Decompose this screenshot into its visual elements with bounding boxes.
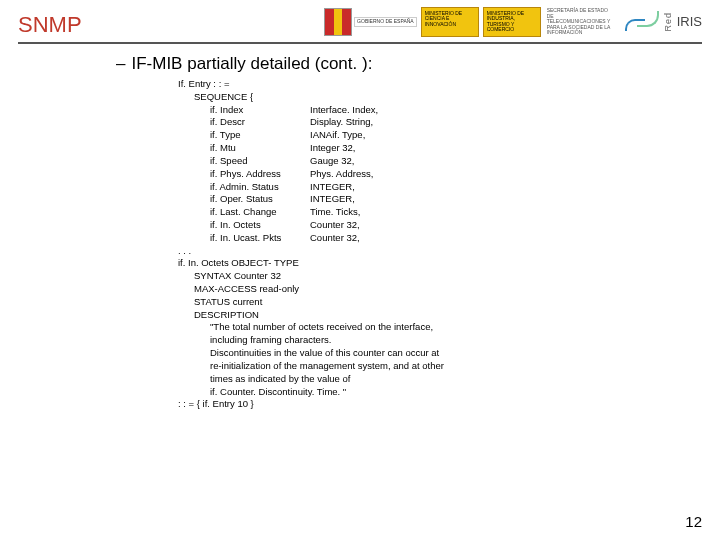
gov-logo-block: GOBIERNO DE ESPAÑA <box>324 8 417 36</box>
seq-name: if. In. Ucast. Pkts <box>210 232 310 245</box>
sequence-row: if. Admin. StatusINTEGER, <box>210 181 702 194</box>
seq-type: Counter 32, <box>310 219 360 232</box>
mib-line: : : = { if. Entry 10 } <box>178 398 702 411</box>
seq-type: IANAif. Type, <box>310 129 365 142</box>
mib-line: STATUS current <box>194 296 702 309</box>
sequence-row: if. Oper. StatusINTEGER, <box>210 193 702 206</box>
rediris-logo: Red IRIS <box>625 11 702 33</box>
ministerio-ciencia: MINISTERIO DE CIENCIA E INNOVACIÓN <box>421 7 479 37</box>
sequence-row: if. TypeIANAif. Type, <box>210 129 702 142</box>
ministerio-industria: MINISTERIO DE INDUSTRIA, TURISMO Y COMER… <box>483 7 541 37</box>
seq-type: INTEGER, <box>310 193 355 206</box>
seq-name: if. Mtu <box>210 142 310 155</box>
slide-content: –IF-MIB partially detailed (cont. ): If.… <box>0 44 720 411</box>
seq-name: if. Descr <box>210 116 310 129</box>
mib-line: MAX-ACCESS read-only <box>194 283 702 296</box>
sequence-row: if. In. Ucast. PktsCounter 32, <box>210 232 702 245</box>
mib-desc-line: if. Counter. Discontinuity. Time. " <box>210 386 702 399</box>
mib-line: SYNTAX Counter 32 <box>194 270 702 283</box>
mib-listing: If. Entry : : = SEQUENCE { if. IndexInte… <box>178 78 702 411</box>
seq-name: if. Oper. Status <box>210 193 310 206</box>
page-title: SNMP <box>18 12 82 38</box>
iris-big-text: IRIS <box>677 14 702 29</box>
spain-coat-icon <box>324 8 352 36</box>
page-number: 12 <box>685 513 702 530</box>
mib-desc-line: including framing characters. <box>210 334 702 347</box>
seq-name: if. Speed <box>210 155 310 168</box>
sequence-row: if. MtuInteger 32, <box>210 142 702 155</box>
seq-name: if. Type <box>210 129 310 142</box>
mib-desc-line: Discontinuities in the value of this cou… <box>210 347 702 360</box>
seq-type: Display. String, <box>310 116 373 129</box>
setsi-label: SECRETARÍA DE ESTADO DE TELECOMUNICACION… <box>545 6 613 38</box>
seq-name: if. In. Octets <box>210 219 310 232</box>
mib-line: DESCRIPTION <box>194 309 702 322</box>
header-logos: GOBIERNO DE ESPAÑA MINISTERIO DE CIENCIA… <box>324 6 702 38</box>
seq-type: Gauge 32, <box>310 155 354 168</box>
mib-desc-line: re-initialization of the management syst… <box>210 360 702 373</box>
seq-type: Interface. Index, <box>310 104 378 117</box>
seq-name: if. Last. Change <box>210 206 310 219</box>
seq-type: Phys. Address, <box>310 168 373 181</box>
mib-ellipsis: . . . <box>178 245 702 258</box>
sequence-row: if. In. OctetsCounter 32, <box>210 219 702 232</box>
mib-desc-line: "The total number of octets received on … <box>210 321 702 334</box>
seq-name: if. Index <box>210 104 310 117</box>
sequence-row: if. SpeedGauge 32, <box>210 155 702 168</box>
seq-type: Integer 32, <box>310 142 355 155</box>
mib-desc-line: times as indicated by the value of <box>210 373 702 386</box>
seq-name: if. Phys. Address <box>210 168 310 181</box>
iris-small-text: Red <box>663 12 673 32</box>
dash: – <box>116 54 125 73</box>
mib-line: SEQUENCE { <box>194 91 702 104</box>
sequence-row: if. IndexInterface. Index, <box>210 104 702 117</box>
seq-name: if. Admin. Status <box>210 181 310 194</box>
subheading: –IF-MIB partially detailed (cont. ): <box>116 54 702 74</box>
mib-line: If. Entry : : = <box>178 78 702 91</box>
seq-type: Time. Ticks, <box>310 206 360 219</box>
sequence-row: if. DescrDisplay. String, <box>210 116 702 129</box>
sequence-row: if. Last. ChangeTime. Ticks, <box>210 206 702 219</box>
seq-type: Counter 32, <box>310 232 360 245</box>
subheading-text: IF-MIB partially detailed (cont. ): <box>131 54 372 73</box>
iris-swirl-icon <box>625 11 659 33</box>
sequence-row: if. Phys. AddressPhys. Address, <box>210 168 702 181</box>
seq-type: INTEGER, <box>310 181 355 194</box>
mib-line: if. In. Octets OBJECT- TYPE <box>178 257 702 270</box>
gov-label: GOBIERNO DE ESPAÑA <box>354 17 417 27</box>
